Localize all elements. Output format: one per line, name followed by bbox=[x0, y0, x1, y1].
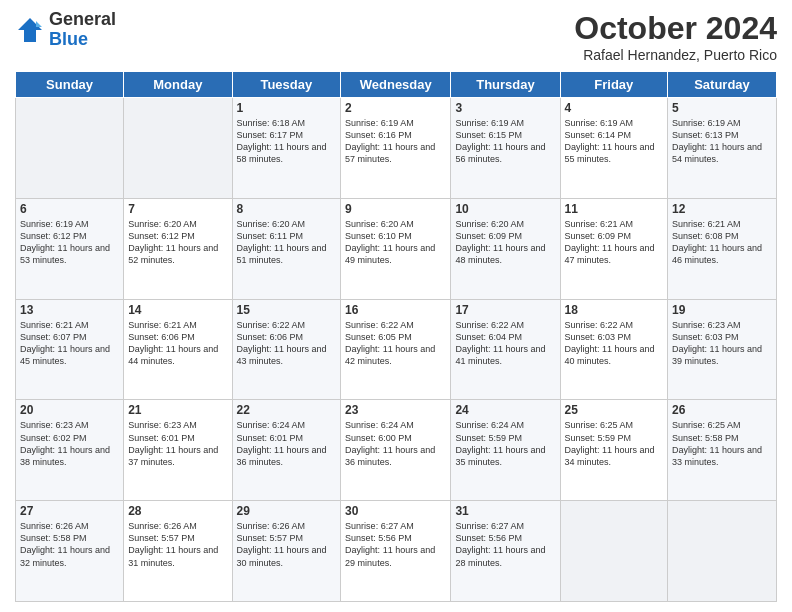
day-number: 5 bbox=[672, 101, 772, 115]
day-number: 28 bbox=[128, 504, 227, 518]
calendar-cell: 23Sunrise: 6:24 AM Sunset: 6:00 PM Dayli… bbox=[341, 400, 451, 501]
month-title: October 2024 bbox=[574, 10, 777, 47]
logo-text: General Blue bbox=[49, 10, 116, 50]
cell-info: Sunrise: 6:23 AM Sunset: 6:02 PM Dayligh… bbox=[20, 419, 119, 468]
calendar-cell bbox=[124, 98, 232, 199]
calendar-cell: 15Sunrise: 6:22 AM Sunset: 6:06 PM Dayli… bbox=[232, 299, 341, 400]
calendar-week-1: 1Sunrise: 6:18 AM Sunset: 6:17 PM Daylig… bbox=[16, 98, 777, 199]
calendar-cell: 19Sunrise: 6:23 AM Sunset: 6:03 PM Dayli… bbox=[668, 299, 777, 400]
cell-info: Sunrise: 6:26 AM Sunset: 5:58 PM Dayligh… bbox=[20, 520, 119, 569]
day-number: 4 bbox=[565, 101, 664, 115]
day-number: 31 bbox=[455, 504, 555, 518]
calendar-cell: 6Sunrise: 6:19 AM Sunset: 6:12 PM Daylig… bbox=[16, 198, 124, 299]
calendar-cell bbox=[668, 501, 777, 602]
cell-info: Sunrise: 6:25 AM Sunset: 5:59 PM Dayligh… bbox=[565, 419, 664, 468]
cell-info: Sunrise: 6:22 AM Sunset: 6:04 PM Dayligh… bbox=[455, 319, 555, 368]
day-number: 30 bbox=[345, 504, 446, 518]
day-number: 21 bbox=[128, 403, 227, 417]
cell-info: Sunrise: 6:20 AM Sunset: 6:09 PM Dayligh… bbox=[455, 218, 555, 267]
cell-info: Sunrise: 6:21 AM Sunset: 6:09 PM Dayligh… bbox=[565, 218, 664, 267]
calendar-cell: 27Sunrise: 6:26 AM Sunset: 5:58 PM Dayli… bbox=[16, 501, 124, 602]
cell-info: Sunrise: 6:21 AM Sunset: 6:08 PM Dayligh… bbox=[672, 218, 772, 267]
day-header-monday: Monday bbox=[124, 72, 232, 98]
calendar-cell: 25Sunrise: 6:25 AM Sunset: 5:59 PM Dayli… bbox=[560, 400, 668, 501]
cell-info: Sunrise: 6:23 AM Sunset: 6:01 PM Dayligh… bbox=[128, 419, 227, 468]
calendar-week-5: 27Sunrise: 6:26 AM Sunset: 5:58 PM Dayli… bbox=[16, 501, 777, 602]
calendar-cell: 18Sunrise: 6:22 AM Sunset: 6:03 PM Dayli… bbox=[560, 299, 668, 400]
logo: General Blue bbox=[15, 10, 116, 50]
day-number: 14 bbox=[128, 303, 227, 317]
page: General Blue October 2024 Rafael Hernand… bbox=[0, 0, 792, 612]
day-number: 8 bbox=[237, 202, 337, 216]
location-subtitle: Rafael Hernandez, Puerto Rico bbox=[574, 47, 777, 63]
cell-info: Sunrise: 6:19 AM Sunset: 6:16 PM Dayligh… bbox=[345, 117, 446, 166]
cell-info: Sunrise: 6:20 AM Sunset: 6:12 PM Dayligh… bbox=[128, 218, 227, 267]
calendar-cell: 24Sunrise: 6:24 AM Sunset: 5:59 PM Dayli… bbox=[451, 400, 560, 501]
day-number: 2 bbox=[345, 101, 446, 115]
day-number: 27 bbox=[20, 504, 119, 518]
calendar-cell bbox=[560, 501, 668, 602]
day-header-saturday: Saturday bbox=[668, 72, 777, 98]
day-number: 16 bbox=[345, 303, 446, 317]
day-number: 11 bbox=[565, 202, 664, 216]
cell-info: Sunrise: 6:27 AM Sunset: 5:56 PM Dayligh… bbox=[455, 520, 555, 569]
day-number: 9 bbox=[345, 202, 446, 216]
cell-info: Sunrise: 6:19 AM Sunset: 6:14 PM Dayligh… bbox=[565, 117, 664, 166]
calendar-cell: 13Sunrise: 6:21 AM Sunset: 6:07 PM Dayli… bbox=[16, 299, 124, 400]
day-number: 18 bbox=[565, 303, 664, 317]
calendar-week-3: 13Sunrise: 6:21 AM Sunset: 6:07 PM Dayli… bbox=[16, 299, 777, 400]
header: General Blue October 2024 Rafael Hernand… bbox=[15, 10, 777, 63]
calendar-cell: 8Sunrise: 6:20 AM Sunset: 6:11 PM Daylig… bbox=[232, 198, 341, 299]
calendar-cell: 22Sunrise: 6:24 AM Sunset: 6:01 PM Dayli… bbox=[232, 400, 341, 501]
cell-info: Sunrise: 6:24 AM Sunset: 6:00 PM Dayligh… bbox=[345, 419, 446, 468]
day-header-tuesday: Tuesday bbox=[232, 72, 341, 98]
calendar-cell: 28Sunrise: 6:26 AM Sunset: 5:57 PM Dayli… bbox=[124, 501, 232, 602]
calendar-cell: 2Sunrise: 6:19 AM Sunset: 6:16 PM Daylig… bbox=[341, 98, 451, 199]
calendar-cell: 11Sunrise: 6:21 AM Sunset: 6:09 PM Dayli… bbox=[560, 198, 668, 299]
day-number: 20 bbox=[20, 403, 119, 417]
day-number: 24 bbox=[455, 403, 555, 417]
cell-info: Sunrise: 6:25 AM Sunset: 5:58 PM Dayligh… bbox=[672, 419, 772, 468]
cell-info: Sunrise: 6:24 AM Sunset: 5:59 PM Dayligh… bbox=[455, 419, 555, 468]
calendar-cell: 31Sunrise: 6:27 AM Sunset: 5:56 PM Dayli… bbox=[451, 501, 560, 602]
cell-info: Sunrise: 6:21 AM Sunset: 6:07 PM Dayligh… bbox=[20, 319, 119, 368]
cell-info: Sunrise: 6:24 AM Sunset: 6:01 PM Dayligh… bbox=[237, 419, 337, 468]
cell-info: Sunrise: 6:19 AM Sunset: 6:13 PM Dayligh… bbox=[672, 117, 772, 166]
calendar-cell: 16Sunrise: 6:22 AM Sunset: 6:05 PM Dayli… bbox=[341, 299, 451, 400]
day-number: 12 bbox=[672, 202, 772, 216]
day-number: 6 bbox=[20, 202, 119, 216]
cell-info: Sunrise: 6:22 AM Sunset: 6:06 PM Dayligh… bbox=[237, 319, 337, 368]
cell-info: Sunrise: 6:23 AM Sunset: 6:03 PM Dayligh… bbox=[672, 319, 772, 368]
day-number: 29 bbox=[237, 504, 337, 518]
day-number: 22 bbox=[237, 403, 337, 417]
day-number: 13 bbox=[20, 303, 119, 317]
day-number: 17 bbox=[455, 303, 555, 317]
calendar-cell: 29Sunrise: 6:26 AM Sunset: 5:57 PM Dayli… bbox=[232, 501, 341, 602]
day-header-wednesday: Wednesday bbox=[341, 72, 451, 98]
calendar-week-2: 6Sunrise: 6:19 AM Sunset: 6:12 PM Daylig… bbox=[16, 198, 777, 299]
calendar-cell: 4Sunrise: 6:19 AM Sunset: 6:14 PM Daylig… bbox=[560, 98, 668, 199]
calendar-cell: 1Sunrise: 6:18 AM Sunset: 6:17 PM Daylig… bbox=[232, 98, 341, 199]
calendar-cell: 30Sunrise: 6:27 AM Sunset: 5:56 PM Dayli… bbox=[341, 501, 451, 602]
calendar-week-4: 20Sunrise: 6:23 AM Sunset: 6:02 PM Dayli… bbox=[16, 400, 777, 501]
cell-info: Sunrise: 6:22 AM Sunset: 6:05 PM Dayligh… bbox=[345, 319, 446, 368]
calendar-cell: 14Sunrise: 6:21 AM Sunset: 6:06 PM Dayli… bbox=[124, 299, 232, 400]
cell-info: Sunrise: 6:20 AM Sunset: 6:10 PM Dayligh… bbox=[345, 218, 446, 267]
calendar-table: SundayMondayTuesdayWednesdayThursdayFrid… bbox=[15, 71, 777, 602]
day-number: 1 bbox=[237, 101, 337, 115]
calendar-cell: 12Sunrise: 6:21 AM Sunset: 6:08 PM Dayli… bbox=[668, 198, 777, 299]
day-header-thursday: Thursday bbox=[451, 72, 560, 98]
day-number: 26 bbox=[672, 403, 772, 417]
calendar-cell: 5Sunrise: 6:19 AM Sunset: 6:13 PM Daylig… bbox=[668, 98, 777, 199]
calendar-cell: 7Sunrise: 6:20 AM Sunset: 6:12 PM Daylig… bbox=[124, 198, 232, 299]
calendar-cell: 3Sunrise: 6:19 AM Sunset: 6:15 PM Daylig… bbox=[451, 98, 560, 199]
day-header-sunday: Sunday bbox=[16, 72, 124, 98]
day-number: 15 bbox=[237, 303, 337, 317]
day-number: 10 bbox=[455, 202, 555, 216]
cell-info: Sunrise: 6:19 AM Sunset: 6:15 PM Dayligh… bbox=[455, 117, 555, 166]
calendar-cell: 17Sunrise: 6:22 AM Sunset: 6:04 PM Dayli… bbox=[451, 299, 560, 400]
cell-info: Sunrise: 6:27 AM Sunset: 5:56 PM Dayligh… bbox=[345, 520, 446, 569]
calendar-header-row: SundayMondayTuesdayWednesdayThursdayFrid… bbox=[16, 72, 777, 98]
calendar-cell: 21Sunrise: 6:23 AM Sunset: 6:01 PM Dayli… bbox=[124, 400, 232, 501]
cell-info: Sunrise: 6:26 AM Sunset: 5:57 PM Dayligh… bbox=[237, 520, 337, 569]
